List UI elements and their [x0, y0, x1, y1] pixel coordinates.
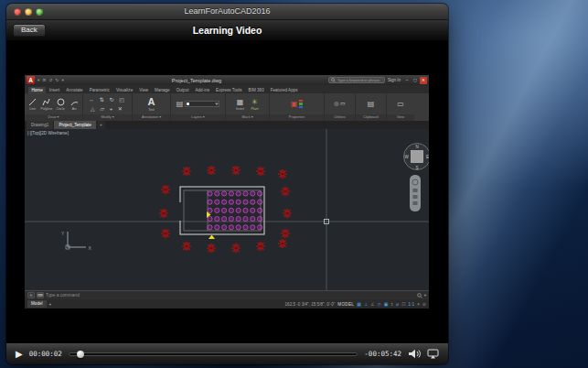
view-tools[interactable]: ▭: [387, 93, 414, 114]
ribbon-tab-visualize[interactable]: Visualize: [112, 87, 135, 93]
player-window: LearnForAutoCAD2016 Back Learning Video …: [6, 4, 448, 364]
modify-tools[interactable]: ↔ ⇅ ↻ ◰ △ ▱ + ✕: [83, 93, 132, 114]
ribbon-tab-annotate[interactable]: Annotate: [63, 87, 86, 93]
insert-label: Insert: [236, 107, 244, 111]
plant-pot-grid: [208, 191, 262, 230]
airplay-icon[interactable]: [427, 349, 439, 359]
clipboard-tools[interactable]: ▤: [356, 93, 386, 114]
quick-access-toolbar[interactable]: ▾ ⊞ ↺ ↻ ▾: [37, 78, 65, 82]
command-close-icon[interactable]: ✕: [27, 292, 35, 298]
acad-logo[interactable]: A: [27, 76, 35, 84]
ucs-y-label: Y: [61, 231, 65, 236]
wall-opening: [179, 202, 182, 221]
file-tab-drawing1[interactable]: Drawing1: [27, 121, 53, 129]
new-layout-button[interactable]: +: [49, 302, 52, 307]
plant-block-tool[interactable]: ✳ Plant: [249, 98, 262, 111]
customize-gear-icon[interactable]: ⊚: [422, 301, 426, 307]
command-search-icon[interactable]: [417, 293, 422, 298]
ribbon-tab-insert[interactable]: Insert: [46, 87, 63, 93]
draw-panel-label[interactable]: Draw ▾: [25, 114, 82, 121]
search-placeholder: Type a keyword or phrase: [337, 78, 380, 82]
infocenter-search[interactable]: Type a keyword or phrase: [328, 77, 385, 83]
line-icon: [28, 98, 37, 106]
remaining-time: -00:05:42: [364, 350, 401, 358]
annotation-tools: A Text: [133, 93, 170, 114]
ribbon-tab-express[interactable]: Express Tools: [213, 87, 246, 93]
text-tool[interactable]: A Text: [145, 97, 158, 112]
modify-panel-label[interactable]: Modify ▾: [83, 114, 132, 121]
status-bar: Model + 162.5 -0 3/4", 15 5/8", 0'-0" MO…: [25, 299, 429, 308]
play-button[interactable]: ▶: [16, 350, 23, 359]
text-label: Text: [148, 108, 155, 112]
arc-tool[interactable]: Arc: [69, 98, 80, 111]
polyline-tool[interactable]: Polyline: [40, 98, 52, 111]
coordinates-readout: 162.5 -0 3/4", 15 5/8", 0'-0": [285, 302, 336, 307]
properties-icon: ▣: [291, 100, 298, 108]
utilities-panel-label[interactable]: Utilities: [325, 114, 355, 121]
seek-thumb[interactable]: [77, 351, 84, 358]
model-space[interactable]: [-][Top][2D Wireframe]: [25, 129, 429, 290]
volume-icon[interactable]: [408, 349, 421, 359]
line-tool[interactable]: Line: [27, 98, 38, 111]
viewcube-east: E: [426, 155, 429, 159]
sign-in-button[interactable]: Sign In: [388, 78, 401, 82]
seek-bar[interactable]: [69, 352, 358, 356]
acad-minimize-icon[interactable]: –: [403, 77, 411, 84]
acad-restore-icon[interactable]: ▢: [412, 77, 419, 84]
player-controls: ▶ 00:00:02 -00:05:42: [6, 342, 448, 364]
page-title: Learning Video: [6, 25, 448, 36]
layer-dropdown[interactable]: [185, 101, 219, 107]
scale-menu-icon[interactable]: ▾: [417, 301, 420, 307]
color-palette-icon: [299, 100, 303, 109]
circle-tool[interactable]: Circle: [55, 98, 67, 111]
layers-tools[interactable]: ▤: [171, 93, 225, 114]
annotation-scale[interactable]: 1:1: [408, 301, 414, 307]
ribbon-tab-manage[interactable]: Manage: [152, 87, 174, 93]
ribbon-tab-parametric[interactable]: Parametric: [86, 87, 112, 93]
snap-toggle-icon[interactable]: ⊥: [364, 301, 368, 307]
block-panel-label[interactable]: Block ▾: [226, 114, 269, 121]
model-space-toggle[interactable]: MODEL: [337, 302, 354, 307]
search-icon: [331, 78, 336, 82]
drawing-canvas[interactable]: Y X N S W E: [25, 129, 429, 290]
text-icon: A: [148, 97, 155, 107]
layout-tab-model[interactable]: Model: [27, 300, 47, 308]
viewport-controls[interactable]: [-][Top][2D Wireframe]: [27, 131, 69, 135]
ribbon-tab-featured[interactable]: Featured Apps: [267, 87, 301, 93]
command-input[interactable]: Type a command: [46, 293, 415, 298]
ribbon: Line Polyline Circle Arc: [25, 93, 429, 121]
layers-panel-label[interactable]: Layers ▾: [171, 114, 225, 121]
dynamic-input-icon[interactable]: ⌀: [396, 301, 399, 307]
navigation-bar: [410, 175, 421, 211]
command-keyboard-icon[interactable]: ⌨: [37, 292, 44, 298]
acad-document-title: Project_Template.dwg: [68, 78, 326, 83]
layer-properties-icon: ▤: [176, 100, 184, 108]
clipboard-panel-label[interactable]: Clipboard: [356, 114, 386, 121]
new-drawing-tab-button[interactable]: +: [97, 121, 105, 129]
annotation-panel-label[interactable]: Annotation ▾: [133, 114, 170, 121]
ribbon-tab-bim360[interactable]: BIM 360: [245, 87, 267, 93]
ortho-toggle-icon[interactable]: ∠: [370, 301, 374, 307]
view-panel-label[interactable]: View: [387, 114, 414, 121]
transparency-icon[interactable]: ⊡: [401, 301, 405, 307]
polar-toggle-icon[interactable]: ◇: [378, 301, 381, 307]
video-area[interactable]: A ▾ ⊞ ↺ ↻ ▾ Project_Template.dwg Type a …: [6, 41, 448, 342]
utilities-tools[interactable]: ◎ ▭: [325, 93, 355, 114]
file-tab-project-template[interactable]: Project_Template: [54, 121, 96, 129]
lineweight-toggle-icon[interactable]: ±: [390, 301, 393, 307]
ribbon-tab-output[interactable]: Output: [173, 87, 192, 93]
insert-block-tool[interactable]: ▦ Insert: [234, 98, 247, 111]
ribbon-tab-view[interactable]: View: [136, 87, 152, 93]
osnap-toggle-icon[interactable]: ▣: [384, 301, 389, 307]
paste-icon: ▤: [368, 100, 375, 108]
crosshair-cursor: [25, 129, 429, 290]
command-menu-icon[interactable]: ▾: [424, 293, 426, 298]
ribbon-tab-addins[interactable]: Add-ins: [192, 87, 213, 93]
properties-tools[interactable]: ▣: [270, 93, 324, 114]
grid-toggle-icon[interactable]: ▦: [357, 301, 361, 307]
properties-panel-label[interactable]: Properties: [270, 114, 324, 121]
insert-icon: ▦: [237, 98, 244, 106]
command-line[interactable]: ✕ ⌨ Type a command ▾: [25, 290, 429, 299]
ribbon-tab-home[interactable]: Home: [28, 87, 46, 93]
acad-close-icon[interactable]: ✕: [420, 77, 427, 84]
